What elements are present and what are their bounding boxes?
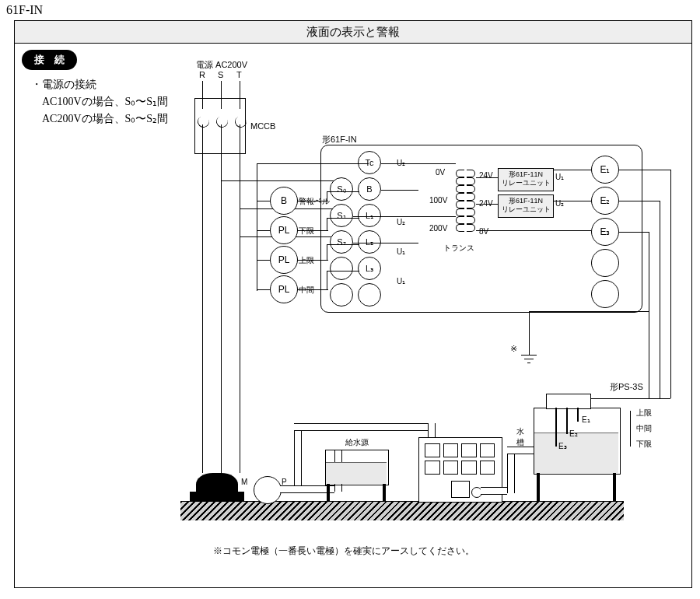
ground-hatch: [180, 501, 624, 520]
wire: [327, 218, 359, 219]
wire: [297, 230, 328, 231]
terminal-s1: S₁: [330, 204, 353, 227]
breaker-arc: [196, 114, 212, 130]
terminal-s2: S₂: [330, 230, 353, 254]
wire: [476, 230, 591, 231]
terminal-l2: L₂: [358, 230, 381, 254]
electrode-holder-label: 形PS-3S: [610, 381, 643, 393]
wire: [353, 216, 456, 217]
wire: [202, 124, 203, 152]
wire: [327, 244, 327, 260]
unit-label: 形61F-IN: [322, 134, 357, 145]
wire: [297, 289, 328, 290]
wire: [619, 170, 670, 170]
motor-base: [190, 492, 244, 501]
wire: [619, 201, 660, 201]
motor-label: M: [241, 478, 247, 486]
pilot-lamp-hi: PL: [270, 246, 298, 274]
wire: [529, 311, 530, 355]
wire: [202, 98, 203, 109]
diagram-title: 液面の表示と警報: [15, 21, 691, 44]
ground-mark: ※: [510, 344, 517, 354]
tap-200v: 200V: [429, 224, 447, 233]
pipe: [507, 447, 534, 454]
pilot-lamp-mid: PL: [270, 275, 298, 303]
electrode-e2: [566, 408, 568, 434]
wire: [221, 152, 222, 473]
tap-u1: U₁: [397, 277, 405, 285]
wire: [327, 191, 327, 201]
transformer-label: トランス: [443, 243, 474, 254]
relay-name: 形61F-11N: [499, 170, 553, 179]
section-badge: 接 続: [22, 50, 77, 70]
terminal-blank: [330, 257, 353, 280]
wire: [670, 170, 671, 398]
tap-u2: U₂: [397, 218, 405, 226]
transformer-secondary: [467, 170, 474, 232]
water-level: [534, 433, 618, 473]
relay-unit-2: 形61F-11N リレーユニット: [498, 194, 554, 218]
wire: [381, 163, 456, 164]
tap-100v: 100V: [429, 196, 447, 205]
terminal-l1: L₁: [358, 204, 381, 227]
wire: [476, 177, 498, 178]
electrode-label-e1: E₁: [582, 415, 590, 424]
wire: [577, 398, 670, 399]
tank-leg: [327, 484, 330, 501]
relay-out-u1: U₁: [555, 173, 564, 181]
control-panel-door: [451, 481, 470, 498]
tank-leg: [613, 473, 616, 501]
wire: [660, 201, 660, 398]
mccb-label: MCCB: [250, 121, 275, 131]
wire: [240, 98, 240, 109]
wire: [649, 311, 649, 313]
pipe: [428, 423, 436, 437]
terminal-blank: [330, 283, 353, 307]
relay-name: 形61F-11N: [499, 197, 553, 205]
terminal-blank: [591, 249, 619, 277]
electrode-label-e3: E₃: [558, 442, 567, 450]
terminal-e2: E₂: [591, 187, 619, 215]
electrode-e3: [555, 408, 557, 447]
wire: [257, 163, 369, 164]
level-mid: 中間: [636, 423, 652, 434]
tap-u1: U₁: [397, 247, 405, 256]
note-line: AC100Vの場合、S₀〜S₁間: [31, 93, 168, 110]
power-notes: ・電源の接続 AC100Vの場合、S₀〜S₁間 AC200Vの場合、S₀〜S₂間: [31, 76, 168, 128]
wire: [619, 232, 649, 233]
level-indicator-line: [630, 411, 631, 447]
wire: [257, 163, 257, 291]
note-line: AC200Vの場合、S₀〜S₂間: [31, 110, 168, 128]
bell-indicator: B: [270, 187, 298, 215]
tank-leg: [383, 484, 386, 501]
supply-water: [326, 462, 387, 484]
wire: [327, 271, 327, 289]
breaker-arc: [215, 114, 230, 130]
footnote: ※コモン電極（一番長い電極）を確実にアースしてください。: [213, 545, 474, 558]
relay-sub: リレーユニット: [499, 179, 553, 187]
phase-t: T: [236, 70, 242, 79]
wire: [202, 152, 203, 473]
supply-label: 給水源: [345, 437, 369, 448]
electrode-e1: [577, 408, 579, 422]
wire: [240, 81, 240, 98]
wire: [297, 260, 328, 261]
wire: [327, 191, 359, 192]
tap-0v: 0V: [436, 168, 445, 177]
pipe: [294, 423, 428, 431]
wire: [529, 311, 649, 312]
wire: [221, 98, 222, 109]
power-label: 電源 AC200V: [196, 59, 247, 71]
terminal-tc: Tc: [358, 151, 381, 174]
wire: [327, 271, 359, 271]
phase-r: R: [199, 70, 205, 79]
tank-label: 水 槽: [516, 426, 524, 448]
wire: [476, 204, 498, 205]
wire: [240, 124, 240, 152]
wire: [554, 201, 591, 201]
pipe: [294, 423, 302, 485]
level-hi: 上限: [636, 408, 652, 419]
control-panel-grid: [425, 443, 495, 475]
wire: [353, 243, 418, 243]
terminal-l3: L₃: [358, 257, 381, 280]
